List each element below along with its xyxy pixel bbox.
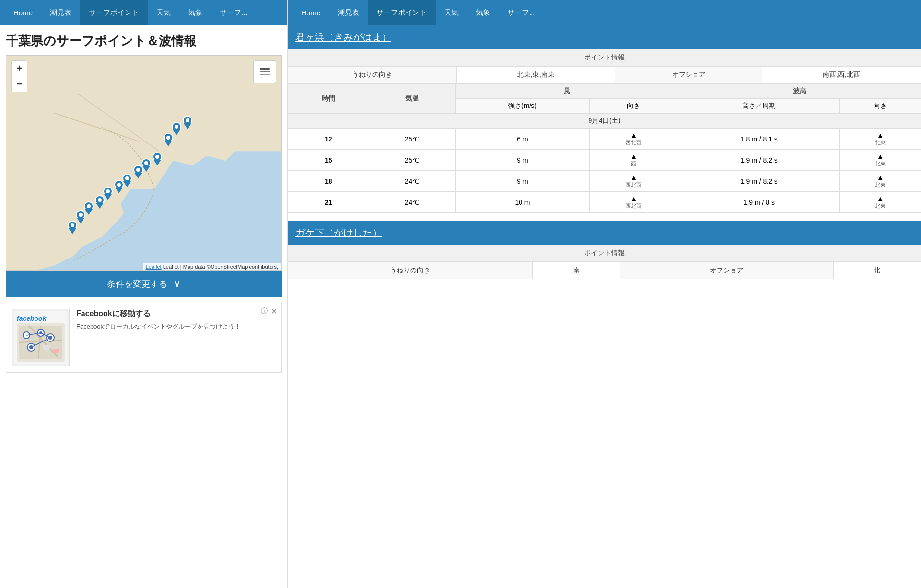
col-wind-dir: 向き xyxy=(589,99,678,114)
ad-thumbnail: facebook xyxy=(14,311,67,364)
zoom-out-button[interactable]: − xyxy=(12,76,27,92)
svg-point-31 xyxy=(117,183,121,187)
svg-rect-6 xyxy=(260,68,270,70)
wave-arrow-icon: ▲ xyxy=(877,174,884,181)
col-temp: 気温 xyxy=(369,84,456,114)
ad-title: Facebookに移動する xyxy=(76,309,275,319)
spot-kimigahama-title[interactable]: 君ヶ浜（きみがはま） xyxy=(288,25,921,49)
wave-dir-label: 北東 xyxy=(845,202,916,210)
row-wave-height: 1.9 m / 8.2 s xyxy=(678,150,840,171)
offshore-label-1: オフショア xyxy=(615,67,762,83)
point-info-table-2: うねりの向き 南 オフショア 北 xyxy=(288,262,921,279)
map-marker[interactable] xyxy=(152,152,163,167)
row-temp: 24℃ xyxy=(369,171,456,192)
wave-data-table-1: 時間 気温 風 波高 強さ(m/s) 向き 高さ／周期 向き 9月4日(土) xyxy=(288,83,921,213)
right-nav-climate[interactable]: 気象 xyxy=(467,0,499,25)
svg-point-22 xyxy=(144,161,148,165)
right-nav-tide[interactable]: 潮見表 xyxy=(329,0,368,25)
map-layer-button[interactable] xyxy=(253,60,276,83)
row-temp: 25℃ xyxy=(369,129,456,150)
svg-point-16 xyxy=(166,136,170,140)
svg-point-37 xyxy=(98,198,102,202)
table-row: 21 24℃ 10 m ▲ 西北西 1.9 m / 8 s ▲ 北東 xyxy=(288,192,921,213)
wind-arrow-icon: ▲ xyxy=(630,195,637,202)
row-wave-dir: ▲ 北東 xyxy=(840,171,921,192)
wave-arrow-icon: ▲ xyxy=(877,131,884,139)
table-row: 18 24℃ 9 m ▲ 西北西 1.9 m / 8.2 s ▲ 北東 xyxy=(288,171,921,192)
nav-surf[interactable]: サーフ... xyxy=(211,0,256,25)
offshore-label-2: オフショア xyxy=(620,262,833,279)
svg-point-43 xyxy=(79,213,83,217)
layers-icon xyxy=(258,65,272,79)
point-info-table-1: うねりの向き 北東,東,南東 オフショア 南西,西,北西 xyxy=(288,66,921,83)
svg-rect-65 xyxy=(43,345,50,350)
nav-surfpoint[interactable]: サーフポイント xyxy=(80,0,148,25)
condition-bar[interactable]: 条件を変更する ∨ xyxy=(6,271,282,297)
map-marker[interactable] xyxy=(132,165,144,180)
right-nav: Home 潮見表 サーフポイント 天気 気象 サーフ... xyxy=(288,0,921,25)
wave-dir-label: 北東 xyxy=(845,160,916,167)
ad-section: ⓘ ✕ xyxy=(6,303,282,373)
date-label-1: 9月4日(土) xyxy=(288,114,921,129)
right-nav-surf[interactable]: サーフ... xyxy=(499,0,544,25)
row-wave-height: 1.9 m / 8.2 s xyxy=(678,171,840,192)
right-nav-home[interactable]: Home xyxy=(293,0,329,25)
ad-content: Facebookに移動する Facebookでローカルなイベントやグループを見つ… xyxy=(76,309,275,331)
point-info-header-1: ポイント情報 xyxy=(288,49,921,66)
left-nav: Home 潮見表 サーフポイント 天気 気象 サーフ... xyxy=(0,0,287,25)
ad-close-button[interactable]: ✕ xyxy=(271,307,277,316)
map-marker[interactable] xyxy=(113,180,125,195)
svg-marker-32 xyxy=(115,188,123,193)
map-marker[interactable] xyxy=(67,221,78,236)
svg-text:facebook: facebook xyxy=(17,315,47,322)
svg-marker-17 xyxy=(165,141,172,146)
row-wave-height: 1.8 m / 8.1 s xyxy=(678,129,840,150)
wave-dir-label: 北東 xyxy=(845,139,916,146)
col-time: 時間 xyxy=(288,84,369,114)
map-zoom-controls: + − xyxy=(11,60,27,92)
nav-weather[interactable]: 天気 xyxy=(148,0,179,25)
svg-point-46 xyxy=(71,223,74,227)
row-wave-dir: ▲ 北東 xyxy=(840,150,921,171)
ad-info-icon[interactable]: ⓘ xyxy=(261,307,268,316)
map-marker[interactable] xyxy=(163,133,174,148)
ad-image: facebook xyxy=(12,309,70,366)
row-wave-dir: ▲ 北東 xyxy=(840,129,921,150)
wave-arrow-icon: ▲ xyxy=(877,195,884,202)
leaflet-link[interactable]: Leaflet xyxy=(146,264,162,270)
svg-point-25 xyxy=(136,168,140,172)
swell-label-1: うねりの向き xyxy=(288,67,457,83)
right-nav-weather[interactable]: 天気 xyxy=(436,0,467,25)
condition-label: 条件を変更する xyxy=(107,278,167,290)
col-strength: 強さ(m/s) xyxy=(456,99,589,114)
map-container[interactable]: + − xyxy=(6,55,282,271)
wind-arrow-icon: ▲ xyxy=(630,174,637,181)
zoom-in-button[interactable]: + xyxy=(12,61,27,76)
row-strength: 10 m xyxy=(456,192,589,213)
map-marker[interactable] xyxy=(182,116,193,131)
attribution-text: Leaflet | Map data ©OpenStreetMap contri… xyxy=(163,264,278,270)
row-temp: 25℃ xyxy=(369,150,456,171)
svg-point-10 xyxy=(175,125,178,129)
row-wind-dir: ▲ 西北西 xyxy=(589,171,678,192)
map-marker[interactable] xyxy=(94,195,106,211)
table-row: 12 25℃ 6 m ▲ 西北西 1.8 m / 8.1 s ▲ 北東 xyxy=(288,129,921,150)
col-wave-dir: 向き xyxy=(840,99,921,114)
swell-value-2: 南 xyxy=(532,262,620,279)
nav-climate[interactable]: 気象 xyxy=(179,0,211,25)
row-time: 21 xyxy=(288,192,369,213)
left-panel: Home 潮見表 サーフポイント 天気 気象 サーフ... 千葉県のサーフポイン… xyxy=(0,0,288,588)
row-wave-dir: ▲ 北東 xyxy=(840,192,921,213)
right-nav-surfpoint[interactable]: サーフポイント xyxy=(368,0,436,25)
nav-home[interactable]: Home xyxy=(5,0,41,25)
svg-rect-7 xyxy=(260,71,270,72)
date-row-1: 9月4日(土) xyxy=(288,114,921,129)
ad-description: Facebookでローカルなイベントやグループを見つけよう！ xyxy=(76,322,275,331)
row-wind-dir: ▲ 西北西 xyxy=(589,192,678,213)
map-attribution: Leaflet Leaflet | Map data ©OpenStreetMa… xyxy=(143,263,281,270)
row-strength: 9 m xyxy=(456,150,589,171)
svg-point-40 xyxy=(87,204,91,208)
spot-gakeshita-title[interactable]: ガケ下（がけした） xyxy=(288,221,921,245)
svg-marker-14 xyxy=(184,123,191,129)
nav-tide[interactable]: 潮見表 xyxy=(41,0,80,25)
